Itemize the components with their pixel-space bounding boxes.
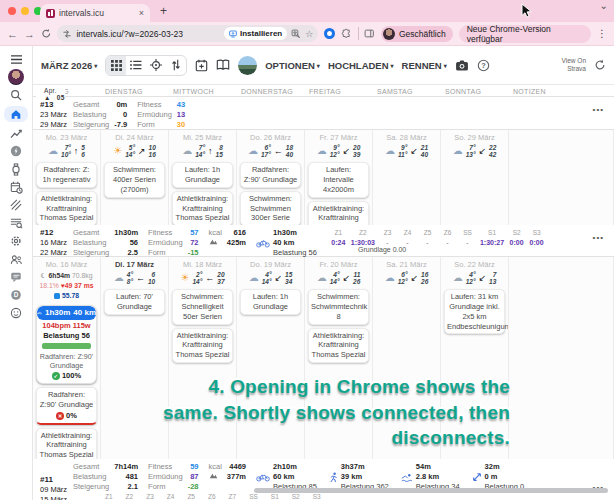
- calendar-plan-icon[interactable]: [4, 180, 28, 194]
- find-activities-icon[interactable]: [4, 216, 28, 230]
- journal-icon[interactable]: [216, 59, 230, 71]
- settings-gear-icon[interactable]: [4, 234, 28, 248]
- minimize-window-button[interactable]: [21, 7, 29, 15]
- fitness-chart-icon[interactable]: [4, 126, 28, 140]
- feedback-smiley-icon[interactable]: [4, 306, 28, 320]
- day-cell[interactable]: So. 29 März ☁7°13°↙2242: [441, 130, 509, 225]
- week-menu-icon[interactable]: •••: [593, 105, 604, 114]
- workout-card[interactable]: Schwimmen: Schwimmen 300er Serie: [240, 191, 301, 225]
- workout-card[interactable]: Laufen: 70' Grundlage: [104, 289, 165, 315]
- screen: intervals.icu × + ⌄ ← → intervals.icu/?w…: [0, 0, 614, 500]
- wellness-block[interactable]: ☾ 6h54m 70.8kg 18.1% ♥49 37 ms 55.78: [33, 270, 100, 302]
- browser-tab[interactable]: intervals.icu ×: [40, 4, 150, 22]
- window-controls[interactable]: [8, 7, 42, 15]
- workout-card[interactable]: Athletiktraining: Krafttraining Thomas S…: [172, 328, 233, 363]
- watch-icon[interactable]: [4, 162, 28, 176]
- workout-card[interactable]: Athletiktraining: Krafttraining Thomas S…: [36, 428, 97, 459]
- browser-menu-icon[interactable]: ⋮: [597, 28, 607, 39]
- activities-icon[interactable]: [4, 198, 28, 212]
- workout-card[interactable]: Radfahren: Z:90' Grundlage: [240, 162, 301, 188]
- workout-card[interactable]: Laufen: Intervalle 4x2000m: [308, 162, 369, 197]
- tab-close-icon[interactable]: ×: [139, 8, 144, 18]
- upload-menu[interactable]: HOCHLADEN▾: [328, 60, 394, 71]
- workout-card[interactable]: Athletiktraining: Krafttraining Thomas S…: [308, 201, 369, 225]
- races-menu[interactable]: RENNEN▾: [402, 60, 447, 71]
- weather-icon: ☁: [317, 146, 327, 156]
- day-cell[interactable]: Di. 24 März ☀5°14°↗1016 Schwimmen: 400er…: [101, 130, 169, 225]
- wind-arrow-icon: ↑: [74, 147, 79, 156]
- weather-icon: ☀: [180, 273, 189, 283]
- weekday-wednesday: MITTWOCH: [169, 85, 237, 96]
- day-cell[interactable]: Mi. 25 März ☁7°14°↑815 Laufen: 1h Grundl…: [169, 130, 237, 225]
- chat-icon[interactable]: [4, 270, 28, 284]
- install-button[interactable]: Installieren: [224, 27, 287, 40]
- day-cell[interactable]: Fr. 27 März ☁9°12°↙2039 Laufen: Interval…: [305, 130, 373, 225]
- power-icon[interactable]: [4, 144, 28, 158]
- workout-card[interactable]: Schwimmen: 400er Serien (2700m): [104, 162, 165, 197]
- menu-icon[interactable]: [4, 52, 28, 66]
- workout-card[interactable]: Athletiktraining: Krafttraining Thomas S…: [172, 191, 233, 225]
- view-switcher: [105, 55, 187, 76]
- help-icon[interactable]: ?: [477, 59, 490, 72]
- workout-card[interactable]: Laufen: 1h Grundlage: [240, 289, 301, 315]
- moon-icon: ☾: [41, 272, 47, 279]
- workout-card[interactable]: Laufen: 31 km Grundlage inkl. 2x5 km End…: [444, 289, 505, 334]
- profile-chip[interactable]: Geschäftlich: [381, 26, 453, 42]
- workout-card[interactable]: Schwimmen: Schwimmtechnik 8: [308, 289, 369, 324]
- back-button[interactable]: ←: [7, 28, 18, 40]
- compare-view-button[interactable]: [166, 56, 186, 75]
- groups-icon[interactable]: [4, 252, 28, 266]
- bike-icon: [256, 473, 270, 482]
- view-on-strava-link[interactable]: View OnStrava: [562, 57, 586, 73]
- options-menu[interactable]: OPTIONEN▾: [265, 60, 320, 71]
- list-view-button[interactable]: [126, 56, 146, 75]
- up-triangle-icon[interactable]: ▲: [40, 91, 51, 101]
- elevation-icon: [209, 472, 218, 479]
- extensions-icon[interactable]: [341, 28, 351, 39]
- annotation-overlay: 4. Opening in Chrome shows the same. Sho…: [158, 374, 510, 451]
- run-icon: [329, 472, 338, 483]
- notes-cell[interactable]: [509, 130, 614, 225]
- completed-activity-card[interactable]: 1h30m40 km 104bpm 115w Belastung 56 Radf…: [36, 305, 97, 385]
- target-view-button[interactable]: [146, 56, 166, 75]
- workout-card[interactable]: Radfahren: Z:90' Grundlage ✕0%: [36, 387, 97, 424]
- discord-icon[interactable]: D: [4, 288, 28, 302]
- close-window-button[interactable]: [8, 7, 16, 15]
- workout-card[interactable]: Athletiktraining: Krafttraining Thomas S…: [36, 191, 97, 225]
- day-cell[interactable]: Mo. 16 März ☾ 6h54m 70.8kg 18.1% ♥49 37 …: [33, 257, 101, 459]
- url-text[interactable]: intervals.icu/?w=2026-03-23: [76, 29, 183, 39]
- window-chevron-icon[interactable]: ⌄: [600, 0, 608, 11]
- day-cell[interactable]: Do. 26 März ☁6°17°←1840 Radfahren: Z:90'…: [237, 130, 305, 225]
- bookmark-star-icon[interactable]: ☆: [305, 29, 313, 39]
- translate-icon[interactable]: [291, 29, 301, 39]
- week-menu-icon[interactable]: •••: [593, 233, 604, 242]
- workout-card[interactable]: Schwimmen: Schnelligkeit 50er Serien: [172, 289, 233, 324]
- workout-card[interactable]: Radfahren: Z: 1h regenerativ: [36, 162, 97, 188]
- workout-card[interactable]: Laufen: 1h Grundlage: [172, 162, 233, 188]
- search-icon[interactable]: [4, 88, 28, 102]
- add-event-icon[interactable]: [195, 59, 208, 72]
- address-bar[interactable]: intervals.icu/?w=2026-03-23 Installieren…: [57, 25, 318, 42]
- side-panel-icon[interactable]: [364, 28, 374, 39]
- month-selector[interactable]: MÄRZ 2026▾: [41, 60, 97, 71]
- refresh-icon[interactable]: [594, 59, 606, 71]
- athlete-avatar[interactable]: [238, 56, 257, 75]
- notes-cell[interactable]: [509, 257, 614, 459]
- grid-view-button[interactable]: [106, 56, 126, 75]
- wind-arrow-icon: ←: [274, 147, 283, 156]
- new-tab-button[interactable]: +: [160, 4, 167, 18]
- user-avatar[interactable]: [4, 70, 28, 84]
- workout-card[interactable]: Athletiktraining: Krafttraining Thomas S…: [308, 328, 369, 363]
- site-info-icon[interactable]: [62, 29, 72, 39]
- day-cell[interactable]: Sa. 28 März ☁9°11°↙2140: [373, 130, 441, 225]
- chrome-update-button[interactable]: Neue Chrome-Version verfügbar: [459, 25, 591, 43]
- reload-button[interactable]: [41, 28, 51, 39]
- password-manager-icon[interactable]: [324, 28, 335, 39]
- forward-button[interactable]: →: [24, 28, 35, 40]
- week-13-summary: #1323 März29 März Gesamt0m Belastung0 St…: [33, 97, 614, 130]
- day-cell[interactable]: Mo. 23 März ☁7°10°↑56 Radfahren: Z: 1h r…: [33, 130, 101, 225]
- metric-icon: [54, 293, 60, 299]
- horizontal-scrollbar[interactable]: [254, 488, 608, 493]
- camera-icon[interactable]: [455, 60, 469, 71]
- home-icon[interactable]: [4, 106, 28, 122]
